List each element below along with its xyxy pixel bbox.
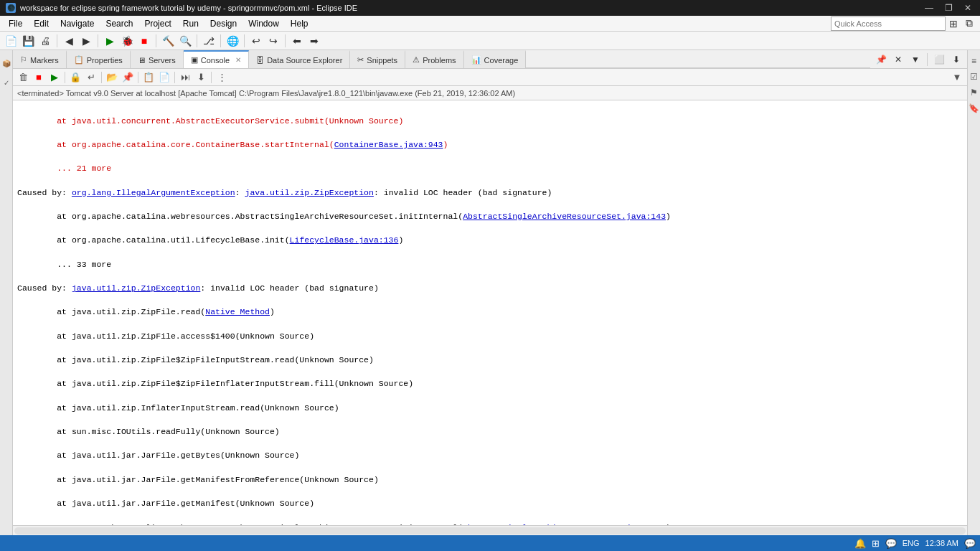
menu-project[interactable]: Project [138, 17, 176, 30]
copy-console-button[interactable]: 📋 [141, 70, 156, 85]
console-tab-close[interactable]: ✕ [235, 56, 241, 64]
left-icon-package[interactable]: 📦 [1, 56, 11, 70]
status-notifications-icon[interactable]: 🔔 [854, 538, 866, 549]
right-panel-icons: ≡ ☑ ⚑ 🔖 [967, 50, 980, 535]
perspective-button[interactable]: ⊞ [946, 16, 961, 32]
ctb-sep5 [211, 72, 212, 83]
menu-bar: File Edit Navigate Search Project Run De… [0, 16, 980, 32]
native-method-link[interactable]: Native Method [205, 307, 270, 316]
forward-button[interactable]: ▶ [78, 33, 94, 49]
git-button[interactable]: ⎇ [201, 33, 217, 49]
search-button[interactable]: 🔍 [177, 33, 193, 49]
tab-servers[interactable]: 🖥 Servers [131, 50, 184, 68]
console-view-menu-button[interactable]: ▼ [950, 70, 964, 85]
close-button[interactable]: ✕ [961, 3, 974, 13]
right-icon-markers[interactable]: ⚑ [970, 88, 978, 98]
status-msg-icon[interactable]: 💬 [964, 538, 976, 549]
console-line: at org.apache.catalina.util.LifecycleBas… [17, 235, 963, 247]
horizontal-scrollbar[interactable] [13, 525, 967, 535]
tab-servers-label: Servers [149, 56, 176, 65]
undo-button[interactable]: ↩ [248, 33, 264, 49]
build-button[interactable]: 🔨 [160, 33, 176, 49]
navigate-fwd-button[interactable]: ➡ [306, 33, 322, 49]
left-panel-icons: 📦 ✓ [0, 50, 13, 535]
minimize-button[interactable]: — [922, 3, 936, 13]
pin-console-button[interactable]: 📌 [121, 70, 135, 85]
menu-search[interactable]: Search [100, 17, 138, 30]
console-line: at java.util.jar.JarFile.getManifestFrom… [17, 474, 963, 486]
quick-access-input[interactable] [831, 17, 946, 31]
navigate-back-button[interactable]: ⬅ [289, 33, 305, 49]
tab-data-source-explorer[interactable]: 🗄 Data Source Explorer [249, 50, 350, 68]
tab-problems[interactable]: ⚠ Problems [405, 50, 463, 68]
console-toolbar: 🗑 ■ ▶ 🔒 ↵ 📂 📌 📋 📄 ⏭ ⬇ ⋮ ▼ [13, 69, 967, 86]
scroll-lock-button[interactable]: 🔒 [68, 70, 83, 85]
status-chat-icon[interactable]: 💬 [885, 538, 897, 549]
stop-button[interactable]: ■ [136, 33, 152, 49]
tab-console[interactable]: ▣ Console ✕ [184, 50, 249, 68]
terminate-button[interactable]: ■ [32, 70, 46, 85]
console-line: at java.util.jar.JarFile.getBytes(Unknow… [17, 450, 963, 462]
ctb-sep3 [138, 72, 138, 83]
step-into-button[interactable]: ⬇ [194, 70, 208, 85]
clear-console-button[interactable]: 🗑 [16, 70, 30, 85]
run-last-button[interactable]: ▶ [47, 70, 62, 85]
left-icon-tasks[interactable]: ✓ [1, 76, 11, 90]
paste-console-button[interactable]: 📄 [157, 70, 171, 85]
title-bar: 🌑 workspace for eclipse spring framework… [0, 0, 980, 16]
right-icon-bookmarks[interactable]: 🔖 [969, 103, 979, 113]
ctb-sep4 [174, 72, 175, 83]
ctb-sep1 [65, 72, 65, 83]
open-console-button[interactable]: 📂 [105, 70, 119, 85]
menu-edit[interactable]: Edit [28, 17, 55, 30]
print-button[interactable]: 🖨 [37, 33, 53, 49]
console-menu-button[interactable]: ▼ [908, 52, 923, 67]
right-icon-tasks[interactable]: ☑ [970, 72, 978, 82]
menu-window[interactable]: Window [242, 17, 285, 30]
word-wrap-button[interactable]: ↵ [84, 70, 98, 85]
console-line: at java.util.zip.InflaterInputStream.rea… [17, 402, 963, 415]
tab-dse-label: Data Source Explorer [267, 56, 342, 65]
asars-143-link[interactable]: AbstractSingleArchiveResourceSet.java:14… [463, 212, 666, 221]
minimize-view-button[interactable]: ⬇ [948, 52, 964, 67]
console-line: Caused by: org.lang.IllegalArgumentExcep… [17, 187, 963, 199]
console-line: ... 21 more [17, 163, 963, 175]
redo-button[interactable]: ↪ [265, 33, 281, 49]
new-button[interactable]: 📄 [3, 33, 19, 49]
menu-help[interactable]: Help [285, 17, 314, 30]
menu-file[interactable]: File [3, 17, 28, 30]
maximize-view-button[interactable]: ⬜ [931, 52, 947, 67]
status-layout-icon[interactable]: ⊞ [872, 538, 880, 549]
right-icon-outline[interactable]: ≡ [971, 56, 976, 66]
menu-design[interactable]: Design [204, 17, 242, 30]
console-pin-button[interactable]: 📌 [873, 52, 889, 67]
web-button[interactable]: 🌐 [225, 33, 240, 49]
snippets-tab-icon: ✂ [357, 55, 364, 65]
debug-button[interactable]: 🐞 [119, 33, 135, 49]
menu-run[interactable]: Run [177, 17, 204, 30]
tab-properties[interactable]: 📋 Properties [67, 50, 131, 68]
server-info-text: <terminated> Tomcat v9.0 Server at local… [17, 89, 515, 98]
run-button[interactable]: ▶ [102, 33, 118, 49]
view-button[interactable]: ⧉ [961, 16, 977, 32]
containerbase-link[interactable]: ContainerBase.java:943 [334, 140, 443, 149]
console-line: at org.apache.catalina.webresources.Abst… [17, 211, 963, 223]
zip-exc2-link[interactable]: java.util.zip.ZipException [72, 283, 200, 293]
step-over-button[interactable]: ⏭ [178, 70, 192, 85]
servers-tab-icon: 🖥 [138, 56, 146, 65]
h-scroll-track[interactable] [14, 527, 966, 534]
lifecycle-136-link[interactable]: LifecycleBase.java:136 [290, 235, 399, 245]
console-output[interactable]: at java.util.concurrent.AbstractExecutor… [13, 100, 967, 525]
menu-navigate[interactable]: Navigate [55, 17, 100, 30]
back-button[interactable]: ◀ [61, 33, 77, 49]
tab-markers[interactable]: ⚐ Markers [13, 50, 67, 68]
zip-exc-link[interactable]: java.util.zip.ZipException [245, 188, 373, 197]
tab-coverage[interactable]: 📊 Coverage [464, 50, 527, 68]
console-close-button[interactable]: ✕ [890, 52, 906, 67]
content-area: ⚐ Markers 📋 Properties 🖥 Servers ▣ Conso… [13, 50, 967, 535]
maximize-button[interactable]: ❐ [942, 3, 956, 13]
tab-snippets[interactable]: ✂ Snippets [350, 50, 405, 68]
iae-link[interactable]: org.lang.IllegalArgumentException [72, 188, 235, 197]
save-button[interactable]: 💾 [20, 33, 36, 49]
more-options-button[interactable]: ⋮ [215, 70, 229, 85]
